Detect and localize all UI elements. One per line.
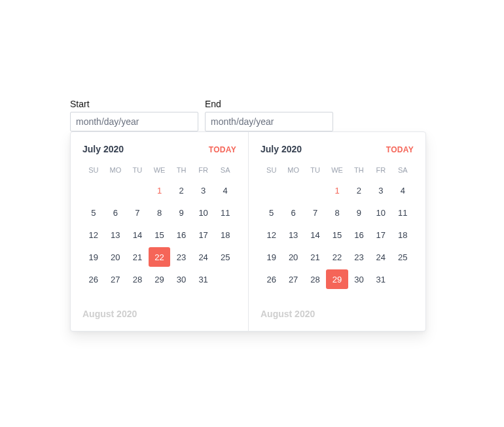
day-cell[interactable]: 12 <box>261 225 282 245</box>
day-cell[interactable]: 10 <box>370 203 391 222</box>
day-cell[interactable]: 30 <box>170 269 192 289</box>
day-cell[interactable]: 20 <box>282 247 304 267</box>
day-cell[interactable]: 11 <box>392 203 414 222</box>
day-header: MO <box>105 163 127 177</box>
day-header: FR <box>370 163 391 177</box>
day-cell[interactable]: 14 <box>304 225 326 245</box>
calendar-title: July 2020 <box>261 144 302 154</box>
today-button[interactable]: TODAY <box>386 145 414 154</box>
day-grid: 1234567891011121314151617181920212223242… <box>261 180 414 289</box>
day-cell[interactable]: 15 <box>326 225 348 245</box>
end-label: End <box>205 99 333 109</box>
day-header: TU <box>304 163 326 177</box>
start-label: Start <box>70 99 198 109</box>
day-cell[interactable]: 22 <box>326 247 348 267</box>
day-cell[interactable]: 8 <box>149 203 171 222</box>
day-cell[interactable]: 26 <box>82 269 105 289</box>
day-cell[interactable]: 1 <box>149 180 171 200</box>
calendar-title: July 2020 <box>82 144 124 154</box>
day-header: TU <box>126 163 149 177</box>
day-cell[interactable]: 16 <box>170 225 192 245</box>
day-cell[interactable]: 31 <box>370 269 391 289</box>
day-grid: 1234567891011121314151617181920212223242… <box>82 180 236 289</box>
day-cell[interactable]: 26 <box>261 269 282 289</box>
day-cell[interactable]: 1 <box>326 180 348 200</box>
day-cell[interactable]: 25 <box>392 247 414 267</box>
next-month-title: August 2020 <box>82 309 236 319</box>
day-cell[interactable]: 27 <box>105 269 127 289</box>
day-cell[interactable]: 20 <box>105 247 127 267</box>
day-cell[interactable]: 14 <box>126 225 149 245</box>
day-cell[interactable]: 16 <box>348 225 370 245</box>
end-input[interactable] <box>205 112 333 131</box>
day-header-row: SUMOTUWETHFRSA <box>82 163 236 177</box>
day-cell[interactable]: 30 <box>348 269 370 289</box>
day-cell[interactable]: 25 <box>214 247 236 267</box>
day-header: SA <box>214 163 236 177</box>
calendar-end: July 2020TODAYSUMOTUWETHFRSA123456789101… <box>248 132 425 331</box>
day-cell[interactable]: 9 <box>170 203 192 222</box>
day-header: TH <box>348 163 370 177</box>
day-cell[interactable]: 2 <box>170 180 192 200</box>
day-header: WE <box>326 163 348 177</box>
day-cell[interactable]: 29 <box>326 269 348 289</box>
day-cell[interactable]: 5 <box>82 203 105 222</box>
day-cell[interactable]: 27 <box>282 269 304 289</box>
day-cell[interactable]: 3 <box>192 180 215 200</box>
day-cell[interactable]: 28 <box>126 269 149 289</box>
day-cell[interactable]: 3 <box>370 180 391 200</box>
day-cell[interactable]: 24 <box>370 247 391 267</box>
day-cell[interactable]: 31 <box>192 269 215 289</box>
day-cell[interactable]: 17 <box>192 225 215 245</box>
day-cell[interactable]: 18 <box>392 225 414 245</box>
day-cell[interactable]: 5 <box>261 203 282 222</box>
day-cell[interactable]: 7 <box>126 203 149 222</box>
start-input[interactable] <box>70 112 198 131</box>
day-cell[interactable]: 28 <box>304 269 326 289</box>
day-cell[interactable]: 29 <box>149 269 171 289</box>
day-header-row: SUMOTUWETHFRSA <box>261 163 414 177</box>
day-cell[interactable]: 18 <box>214 225 236 245</box>
day-cell[interactable]: 21 <box>304 247 326 267</box>
day-header: FR <box>192 163 215 177</box>
day-cell[interactable]: 2 <box>348 180 370 200</box>
day-cell[interactable]: 19 <box>82 247 105 267</box>
day-cell[interactable]: 22 <box>149 247 171 267</box>
day-cell[interactable]: 21 <box>126 247 149 267</box>
day-cell[interactable]: 17 <box>370 225 391 245</box>
day-cell[interactable]: 6 <box>105 203 127 222</box>
day-cell[interactable]: 9 <box>348 203 370 222</box>
day-cell[interactable]: 13 <box>105 225 127 245</box>
start-field: Start <box>70 99 198 131</box>
day-cell[interactable]: 19 <box>261 247 282 267</box>
calendar-header: July 2020TODAY <box>82 144 236 154</box>
calendar-panel: July 2020TODAYSUMOTUWETHFRSA123456789101… <box>70 131 426 332</box>
day-cell[interactable]: 12 <box>82 225 105 245</box>
day-header: MO <box>282 163 304 177</box>
day-cell[interactable]: 4 <box>392 180 414 200</box>
day-cell[interactable]: 13 <box>282 225 304 245</box>
calendar-start: July 2020TODAYSUMOTUWETHFRSA123456789101… <box>71 132 248 331</box>
day-header: TH <box>170 163 192 177</box>
day-cell[interactable]: 6 <box>282 203 304 222</box>
day-header: SA <box>392 163 414 177</box>
next-month-title: August 2020 <box>261 309 414 319</box>
today-button[interactable]: TODAY <box>209 145 236 154</box>
day-header: SU <box>261 163 282 177</box>
day-cell[interactable]: 24 <box>192 247 215 267</box>
day-cell[interactable]: 7 <box>304 203 326 222</box>
end-field: End <box>205 99 333 131</box>
day-cell[interactable]: 23 <box>348 247 370 267</box>
day-cell[interactable]: 15 <box>149 225 171 245</box>
day-header: WE <box>149 163 171 177</box>
day-header: SU <box>82 163 105 177</box>
day-cell[interactable]: 23 <box>170 247 192 267</box>
date-inputs: Start End <box>70 99 426 131</box>
day-cell[interactable]: 4 <box>214 180 236 200</box>
day-cell[interactable]: 10 <box>192 203 215 222</box>
calendar-header: July 2020TODAY <box>261 144 414 154</box>
day-cell[interactable]: 11 <box>214 203 236 222</box>
day-cell[interactable]: 8 <box>326 203 348 222</box>
